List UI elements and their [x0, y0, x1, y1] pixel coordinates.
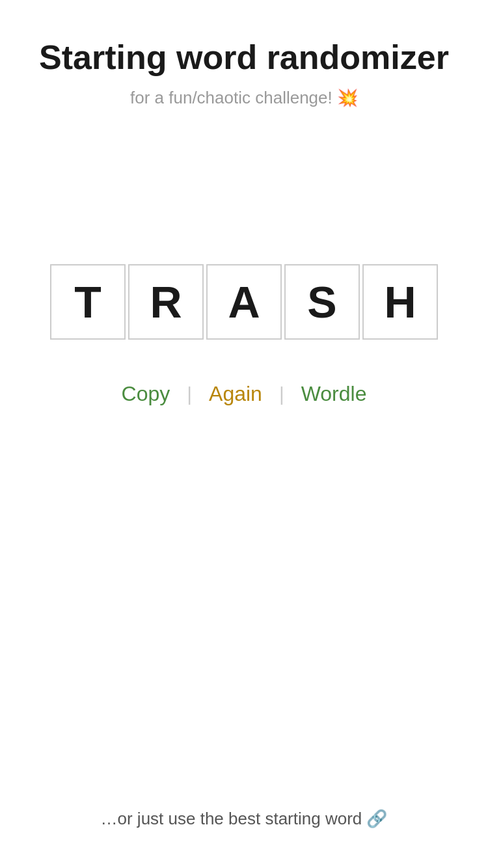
letter-5: H — [384, 280, 416, 324]
letter-tile-3: A — [206, 264, 282, 340]
letter-tile-1: T — [50, 264, 126, 340]
letter-1: T — [74, 280, 102, 324]
letter-tile-4: S — [284, 264, 360, 340]
header: Starting word randomizer for a fun/chaot… — [0, 0, 488, 108]
separator-1: | — [183, 383, 196, 405]
again-button[interactable]: Again — [196, 375, 275, 413]
letter-2: R — [150, 280, 182, 324]
letter-tile-5: H — [362, 264, 438, 340]
copy-button[interactable]: Copy — [109, 375, 183, 413]
wordle-button[interactable]: Wordle — [288, 375, 380, 413]
letter-3: A — [228, 280, 260, 324]
separator-2: | — [275, 383, 288, 405]
letter-4: S — [307, 280, 336, 324]
page-title: Starting word randomizer — [0, 39, 488, 76]
letter-tiles: T R A S H — [49, 264, 439, 340]
action-buttons: Copy | Again | Wordle — [109, 375, 380, 413]
subtitle: for a fun/chaotic challenge! 💥 — [0, 88, 488, 108]
footer-text: …or just use the best starting word 🔗 — [0, 809, 488, 829]
footer: …or just use the best starting word 🔗 — [0, 809, 488, 829]
word-display: T R A S H Copy | Again | Wordle — [49, 264, 439, 413]
letter-tile-2: R — [128, 264, 204, 340]
